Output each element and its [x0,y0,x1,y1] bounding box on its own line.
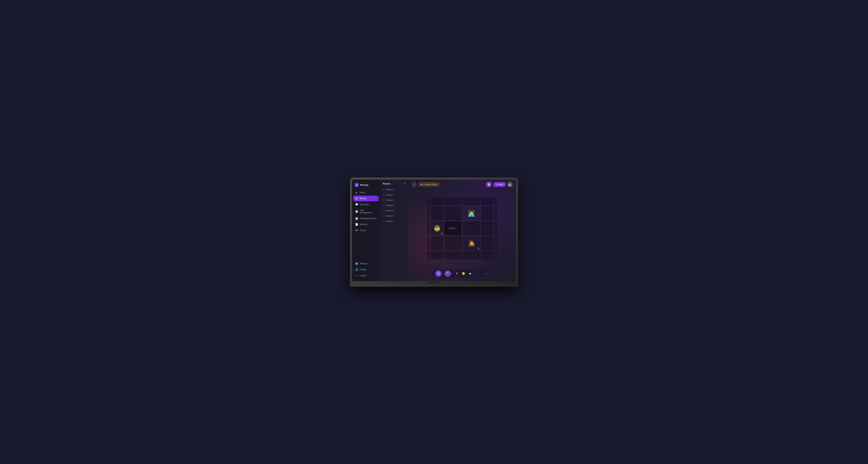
camera-chevron[interactable]: ▾ [451,272,452,274]
messages-icon: 💬 [355,203,358,206]
plus-icon: + [496,183,497,186]
grid-cell [481,236,493,250]
list-item[interactable]: Room 4 [382,203,407,208]
add-room-button[interactable]: + [404,183,406,185]
room-label: Room 5 [386,209,394,212]
room-name-cell: Room 1 [444,221,462,235]
sidebar-item-task-management[interactable]: 📋 Task Management [353,207,379,215]
zoom-in-button[interactable]: + [484,271,489,276]
grid-cell [431,206,443,220]
home-icon: ⊞ [355,191,358,194]
team-status-dot [421,184,422,185]
list-item[interactable]: Room 3 [382,198,407,203]
grid-cell [481,197,493,205]
invite-label: Invite [498,183,503,186]
back-button[interactable]: ‹ [411,182,416,187]
sidebar-nav: ⊞ Home ⊞ Rooms 💬 Messages 📋 Task Managem… [352,190,380,261]
room-label: Room 4 [386,204,394,207]
room-label: Room 6 [386,215,394,217]
user-emoji: 🧑‍💻 [508,183,512,186]
room-label: Room 2 [386,194,394,196]
sidebar-label-task: Task Management [360,209,377,214]
zoom-in-icon: + [485,272,487,275]
avatar-cell-bottom-right: 🧑‍🎤 [463,236,480,250]
sidebar-item-messages[interactable]: 💬 Messages [353,202,379,207]
sidebar-label-home: Home [360,191,365,194]
laptop-notch [429,282,439,283]
grid-cell [463,197,480,205]
sidebar-label-messages: Messages [360,203,369,206]
sidebar-item-rooms[interactable]: ⊞ Rooms [353,196,379,201]
grid-cell [463,251,480,259]
list-item[interactable]: Room 1 [382,187,407,192]
team-name: Creative Team [424,183,437,186]
grid-cell [444,251,462,259]
room-status-dot [383,210,385,212]
list-item[interactable]: Room 2 [382,193,407,197]
team-badge[interactable]: Creative Team [418,182,440,187]
zoom-out-button[interactable]: − [477,271,483,276]
sidebar-item-home[interactable]: ⊞ Home [353,190,379,195]
list-item[interactable]: Room 5 [382,208,407,213]
list-item[interactable]: Room 6 [382,213,407,219]
sidebar-item-logout[interactable]: ↪ Logout [353,273,379,278]
online-indicator-2 [477,248,479,249]
sidebar-label-games: Games [360,229,367,232]
mic-chevron[interactable]: ▾ [442,272,443,274]
sidebar: m Meetzip ⊞ Home ⊞ Rooms 💬 Messages [352,179,380,281]
laptop-frame: m Meetzip ⊞ Home ⊞ Rooms 💬 Messages [350,177,518,287]
sidebar-bottom: ⚙️ Settings 🌐 Plugins ↪ Logout [352,261,380,278]
grid-cell [427,251,430,259]
room-label: Room 1 [386,189,394,191]
room-status-dot [383,199,385,201]
share-screen-button[interactable]: ⬆ [454,271,460,276]
sidebar-item-games[interactable]: 🎮 Games [353,228,379,233]
toolbar-divider [475,271,475,276]
app-container: m Meetzip ⊞ Home ⊞ Rooms 💬 Messages [352,179,516,281]
room-status-dot [383,220,385,222]
record-button[interactable]: ⏺ [467,271,473,276]
sidebar-item-schedule-meeting[interactable]: 📅 Schedule Meeting [353,216,379,221]
online-indicator [441,233,442,234]
grid-cell [494,197,497,205]
toolbar-controls: 🎙️ ▾ 📷 ▾ ⬆ � [432,269,493,278]
grid-cell [494,251,497,259]
logo-icon: m [355,183,359,187]
emoji-button[interactable]: 😊 [461,271,466,276]
sidebar-label-rooms: Rooms [360,197,366,200]
sidebar-label-plugins: Plugins [360,268,367,271]
sidebar-label-logout: Logout [360,274,366,277]
plugins-icon: 🌐 [355,268,358,271]
rooms-panel: Rooms + Room 1 Room 2 Room 3 [380,179,408,281]
games-icon: 🎮 [355,229,358,232]
bell-icon: 🔔 [488,183,490,186]
logout-icon: ↪ [355,274,358,277]
sidebar-item-settings[interactable]: ⚙️ Settings [353,261,379,266]
grid-cell [481,251,493,259]
sidebar-item-booking[interactable]: 📄 Booking [353,222,379,227]
grid-cell [494,236,497,250]
grid-cell [431,197,443,205]
list-item[interactable]: Room 7 [382,219,407,224]
laptop-screen: m Meetzip ⊞ Home ⊞ Rooms 💬 Messages [352,179,516,281]
invite-button[interactable]: + Invite [493,182,505,187]
room-grid: 🧑‍💻 🤠 Room 1 [427,197,497,259]
app-name: Meetzip [360,184,369,186]
back-icon: ‹ [414,183,414,186]
schedule-icon: 📅 [355,217,358,220]
grid-cell [494,221,497,235]
grid-cell [444,197,462,205]
mic-muted-icon: 🎙️ [437,272,440,275]
main-area: ‹ Creative Team 🔔 + Invite [408,179,516,281]
bottom-toolbar: 🎙️ ▾ 📷 ▾ ⬆ � [408,267,516,281]
notifications-button[interactable]: 🔔 [486,182,492,187]
avatar-emoji: 🧑‍💻 [468,210,475,217]
mute-mic-button[interactable]: 🎙️ [435,270,441,277]
sidebar-item-plugins[interactable]: 🌐 Plugins [353,267,379,272]
rooms-title: Rooms [383,183,391,185]
toggle-camera-button[interactable]: 📷 [444,270,451,277]
grid-cell [431,251,443,259]
user-avatar[interactable]: 🧑‍💻 [507,182,513,187]
zoom-out-icon: − [479,272,480,275]
share-icon: ⬆ [456,272,458,275]
